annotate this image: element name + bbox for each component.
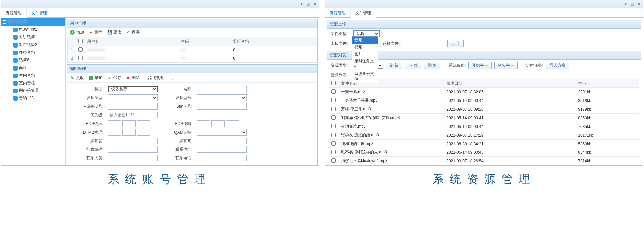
table-row[interactable]: 刘亦泽-错位时空(原唱_艾辰).mp32021-05-14 09:00:4183… <box>329 114 639 122</box>
tree-item[interactable]: 对讲话筒1 <box>1 33 65 41</box>
download-button[interactable]: 下 载 <box>405 62 421 69</box>
rdsphy-3[interactable] <box>137 120 150 127</box>
tab-file[interactable]: 文件管理 <box>351 8 376 18</box>
table-row[interactable]: 万疆-李玉刚.mp32021-09-07 18:09:289179kb <box>329 105 639 114</box>
dtmbphy-1[interactable] <box>108 129 121 136</box>
pick-file-button[interactable]: 选择文件 <box>379 40 402 47</box>
maximize-icon[interactable]: □ <box>630 2 634 6</box>
cell-name: 毛不易-像我这样的人.mp3 <box>338 148 444 157</box>
row-check[interactable] <box>331 107 336 111</box>
tab-file[interactable]: 文件管理 <box>27 8 52 17</box>
col-listen: 监听音箱 <box>231 37 317 46</box>
dropdown-item[interactable]: 视频 <box>352 44 378 51</box>
tree-item[interactable]: 音响123 <box>1 94 65 102</box>
tree-item[interactable]: 对讲话筒2 <box>1 41 65 49</box>
table-row[interactable]: 1username•••0 <box>68 46 317 54</box>
name-input[interactable] <box>197 86 247 92</box>
minimize-icon[interactable]: ▾ <box>300 2 304 6</box>
table-row[interactable]: 2username•••0 <box>68 54 317 63</box>
tree-item[interactable]: 室内音箱 <box>1 72 65 79</box>
backup-restore-button[interactable]: 恢复备份 <box>494 62 518 69</box>
rdslog-3[interactable] <box>226 120 239 127</box>
add-button[interactable]: +增加 <box>70 29 84 35</box>
tree-item[interactable]: 网络采集器 <box>1 87 65 94</box>
tree-item[interactable]: 面板 <box>1 64 65 72</box>
table-row[interactable]: 王思琪-一个人挺好女声版.mp32021-05-14 09:00:424413k… <box>329 165 639 166</box>
tab-resource[interactable]: 资源管理 <box>325 8 351 17</box>
upload-button[interactable]: 上 传 <box>447 40 464 47</box>
table-row[interactable]: 我和我的祖国.mp32021-08-30 18:34:215363kb <box>329 140 639 148</box>
rdslog-1[interactable] <box>197 120 210 127</box>
priority-input[interactable] <box>108 112 158 118</box>
edit-button[interactable]: 💾更改 <box>107 29 121 35</box>
row-check[interactable] <box>331 158 336 163</box>
filetype-select[interactable]: 音频 <box>353 30 380 37</box>
minimize-icon[interactable]: ▾ <box>624 2 628 6</box>
row-check[interactable] <box>78 47 83 52</box>
check-all[interactable] <box>78 39 83 43</box>
lbl-sim: Sim卡号: <box>162 104 192 109</box>
close-icon[interactable]: ✕ <box>637 2 641 6</box>
tree-item[interactable]: 电源管理1 <box>1 26 65 33</box>
table-row[interactable]: 张学友-遥远的她.mp32021-09-07 18:17:2910171kb <box>329 131 639 140</box>
table-row[interactable]: 一霎一素.mp32021-09-07 18:32:052291kb <box>329 88 639 96</box>
delete-button[interactable]: −删除 <box>89 29 103 35</box>
tree-root[interactable]: − 根节点名称 <box>1 18 65 26</box>
tab-resource[interactable]: 资源管理 <box>1 8 27 18</box>
table-row[interactable]: 毛不易-像我这样的人.mp32021-05-14 09:00:438544kb <box>329 148 639 157</box>
drag-checkbox[interactable] <box>169 76 173 80</box>
rdslog-2[interactable] <box>211 120 225 127</box>
type-select[interactable]: 设备类型 <box>108 86 158 92</box>
sched-import-button[interactable]: 导入方案 <box>546 62 569 69</box>
tree-item[interactable]: 多模音箱 <box>1 49 65 56</box>
row-check[interactable] <box>331 141 336 146</box>
table-row[interactable]: 消愁毛不易Mixdown4.mp32021-09-07 18:26:547314… <box>329 157 639 165</box>
row-check[interactable] <box>331 133 336 137</box>
dtmbphy-2[interactable] <box>122 129 136 136</box>
dropdown-item[interactable]: 系统备份文件 <box>352 70 378 83</box>
table-row[interactable]: 夜泊秦淮.mp32021-05-14 09:00:447585kb <box>329 122 639 131</box>
tree-item-label: 话筒6 <box>19 57 29 63</box>
rdsphy-1[interactable] <box>108 120 121 127</box>
row-check[interactable] <box>331 124 336 128</box>
close-icon[interactable]: ✕ <box>313 2 317 6</box>
ipid-input[interactable] <box>108 103 158 110</box>
row-check[interactable] <box>331 89 336 94</box>
uploadfile-label: 上传文件: <box>331 41 351 46</box>
contactperson-input[interactable] <box>108 155 158 161</box>
row-check[interactable] <box>331 98 336 102</box>
scrh-input[interactable] <box>197 138 247 144</box>
admincode-input[interactable] <box>108 146 158 153</box>
row-check[interactable] <box>78 56 83 60</box>
table-row[interactable]: 一身诗意千寻瀑.mp32021-05-14 09:00:443518kb <box>329 96 639 105</box>
tree-item-label: 电源管理1 <box>19 27 37 32</box>
maximize-icon[interactable]: □ <box>306 2 310 6</box>
delete-button[interactable]: 删 除 <box>424 62 440 69</box>
dropdown-item[interactable]: 音频 <box>352 37 378 44</box>
row-check[interactable] <box>331 150 336 154</box>
save-button[interactable]: ✔保存 <box>126 29 140 35</box>
sim-input[interactable] <box>197 103 247 110</box>
editor-delete-button[interactable]: ✖删除 <box>126 75 140 81</box>
cell-name: 夜泊秦淮.mp3 <box>338 122 444 131</box>
refresh-button[interactable]: 刷 新 <box>386 62 402 69</box>
editor-save-button[interactable]: ✔保存 <box>107 75 121 81</box>
backup-start-button[interactable]: 开始备份 <box>468 62 492 69</box>
collapse-icon[interactable]: − <box>3 20 6 24</box>
qam-select[interactable] <box>197 129 247 136</box>
devmodel-select[interactable] <box>197 94 247 101</box>
file-check-all[interactable] <box>331 81 336 85</box>
contactphone-input[interactable] <box>197 155 247 161</box>
scrw-input[interactable] <box>108 138 158 144</box>
editor-edit-button[interactable]: ✎更改 <box>70 75 84 81</box>
dropdown-item[interactable]: 定时任务文件 <box>352 58 378 70</box>
dropdown-item[interactable]: 图片 <box>352 51 378 58</box>
editor-add-button[interactable]: +增加 <box>89 75 103 81</box>
dtmbphy-3[interactable] <box>137 129 150 136</box>
tree-item[interactable]: 室内音柱 <box>1 79 65 87</box>
row-check[interactable] <box>331 115 336 120</box>
tree-item[interactable]: 话筒6 <box>1 56 65 64</box>
devtype-select[interactable] <box>108 94 158 101</box>
rdsphy-2[interactable] <box>122 120 136 127</box>
contactaddr-input[interactable] <box>197 146 247 153</box>
